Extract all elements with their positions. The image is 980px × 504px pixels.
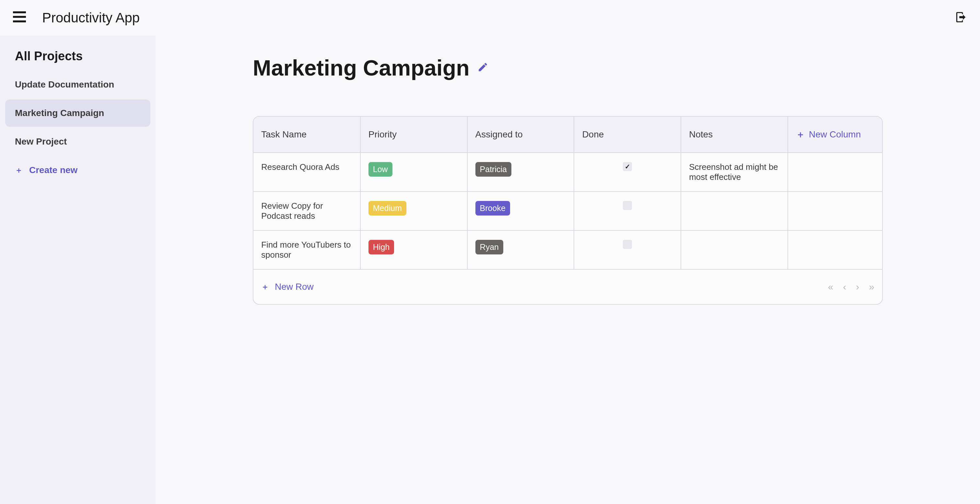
cell-empty[interactable] <box>788 231 882 269</box>
edit-icon[interactable] <box>477 62 488 74</box>
new-row-label: New Row <box>275 281 314 292</box>
priority-badge: Low <box>369 162 393 176</box>
main-content: Marketing Campaign Task Name Priority As… <box>156 36 980 504</box>
app-title: Productivity App <box>42 10 140 25</box>
table-footer: ＋ New Row « ‹ › » <box>253 270 882 304</box>
cell-done[interactable] <box>574 153 681 192</box>
priority-badge: Medium <box>369 201 406 216</box>
column-header-priority[interactable]: Priority <box>360 117 467 153</box>
cell-assigned-to[interactable]: Patricia <box>467 153 574 192</box>
page-title-row: Marketing Campaign <box>253 55 883 80</box>
table-row: Find more YouTubers to sponsor High Ryan <box>253 231 882 269</box>
sidebar-item-new-project[interactable]: New Project <box>5 128 150 155</box>
cell-done[interactable] <box>574 192 681 231</box>
svg-rect-2 <box>13 21 26 22</box>
pagination-first-icon[interactable]: « <box>828 281 834 293</box>
page-title: Marketing Campaign <box>253 55 469 80</box>
assignee-badge: Brooke <box>476 201 510 216</box>
table-container: Task Name Priority Assigned to Done Note… <box>253 116 883 305</box>
cell-empty[interactable] <box>788 153 882 192</box>
cell-priority[interactable]: Medium <box>360 192 467 231</box>
new-column-label: New Column <box>809 129 861 139</box>
cell-task-name[interactable]: Find more YouTubers to sponsor <box>253 231 360 269</box>
cell-priority[interactable]: Low <box>360 153 467 192</box>
tasks-table: Task Name Priority Assigned to Done Note… <box>253 117 882 270</box>
pagination-last-icon[interactable]: » <box>869 281 874 293</box>
sidebar-item-update-documentation[interactable]: Update Documentation <box>5 71 150 98</box>
svg-rect-0 <box>13 11 26 13</box>
cell-empty[interactable] <box>788 192 882 231</box>
logout-icon[interactable] <box>955 11 967 25</box>
sidebar-heading: All Projects <box>5 45 150 71</box>
cell-notes[interactable] <box>681 231 788 269</box>
table-row: Review Copy for Podcast reads Medium Bro… <box>253 192 882 231</box>
done-checkbox[interactable] <box>623 201 632 210</box>
assignee-badge: Ryan <box>476 240 503 254</box>
new-row-button[interactable]: ＋ New Row <box>261 281 314 292</box>
create-new-label: Create new <box>29 165 78 175</box>
plus-icon: ＋ <box>261 281 269 292</box>
cell-task-name[interactable]: Research Quora Ads <box>253 153 360 192</box>
menu-icon[interactable] <box>13 11 26 25</box>
plus-icon: ＋ <box>796 129 805 139</box>
sidebar: All Projects Update Documentation Market… <box>0 36 156 504</box>
create-new-button[interactable]: ＋ Create new <box>5 157 150 184</box>
pagination-prev-icon[interactable]: ‹ <box>843 281 846 293</box>
header-left: Productivity App <box>13 10 140 25</box>
cell-notes[interactable]: Screenshot ad might be most effective <box>681 153 788 192</box>
column-header-assigned-to[interactable]: Assigned to <box>467 117 574 153</box>
new-column-button[interactable]: ＋New Column <box>788 117 882 153</box>
cell-notes[interactable] <box>681 192 788 231</box>
cell-done[interactable] <box>574 231 681 269</box>
cell-task-name[interactable]: Review Copy for Podcast reads <box>253 192 360 231</box>
column-header-done[interactable]: Done <box>574 117 681 153</box>
sidebar-item-marketing-campaign[interactable]: Marketing Campaign <box>5 100 150 127</box>
plus-icon: ＋ <box>15 165 23 175</box>
column-header-notes[interactable]: Notes <box>681 117 788 153</box>
assignee-badge: Patricia <box>476 162 511 176</box>
cell-priority[interactable]: High <box>360 231 467 269</box>
column-header-task-name[interactable]: Task Name <box>253 117 360 153</box>
pagination: « ‹ › » <box>828 281 874 293</box>
table-row: Research Quora Ads Low Patricia Screensh… <box>253 153 882 192</box>
pagination-next-icon[interactable]: › <box>856 281 859 293</box>
done-checkbox[interactable] <box>623 162 632 171</box>
done-checkbox[interactable] <box>623 240 632 249</box>
svg-rect-1 <box>13 16 26 18</box>
priority-badge: High <box>369 240 394 254</box>
layout: All Projects Update Documentation Market… <box>0 36 980 504</box>
header: Productivity App <box>0 0 980 36</box>
cell-assigned-to[interactable]: Brooke <box>467 192 574 231</box>
cell-assigned-to[interactable]: Ryan <box>467 231 574 269</box>
